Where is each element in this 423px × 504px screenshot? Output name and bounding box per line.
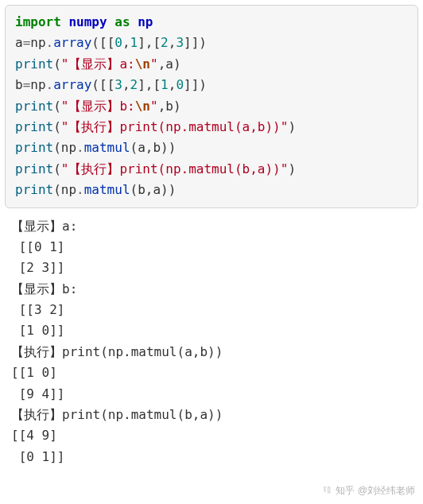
bracket: ]]) [184, 77, 207, 92]
num: 1 [161, 77, 169, 92]
comma: , [122, 77, 130, 92]
comma: , [169, 35, 177, 50]
comma: , [158, 99, 166, 114]
keyword-import: import [15, 14, 61, 29]
alias-np: np [138, 14, 153, 29]
code-cell: import numpy as np a=np.array([[0,1],[2,… [5, 5, 418, 208]
output-cell: 【显示】a: [[0 1] [2 3]] 【显示】b: [[3 2] [1 0]… [0, 213, 423, 475]
fn-print: print [15, 140, 53, 155]
watermark: 知乎 @刘经纬老师 [322, 484, 415, 498]
dot: . [76, 182, 84, 197]
paren: )) [161, 182, 176, 197]
fn-array: array [53, 35, 91, 50]
var-b: b [15, 77, 23, 92]
output-line: [[0 1] [11, 239, 64, 254]
fn-matmul: matmul [84, 182, 130, 197]
paren: ( [53, 56, 61, 72]
num: 2 [130, 77, 138, 92]
escape: \n [135, 56, 150, 72]
string: " [150, 56, 158, 72]
zhihu-icon [322, 485, 332, 498]
bracket: ],[ [138, 77, 161, 92]
paren: ) [288, 119, 296, 134]
comma: , [169, 77, 177, 92]
string: "【显示】b: [61, 99, 135, 114]
paren: ( [53, 182, 61, 197]
comma: , [146, 140, 153, 155]
output-line: [0 1]] [11, 449, 64, 464]
string: "【执行】print(np.matmul(b,a))" [61, 161, 289, 176]
fn-print: print [15, 182, 53, 197]
arg-a: a [138, 140, 146, 155]
arg-b: b [153, 140, 161, 155]
paren: ( [53, 99, 61, 114]
output-line: [9 4]] [11, 386, 64, 401]
keyword-as: as [114, 14, 130, 29]
num: 2 [161, 35, 169, 50]
np: np [61, 140, 76, 155]
arg-a: a [153, 182, 161, 197]
output-line: 【执行】print(np.matmul(a,b)) [11, 344, 223, 359]
dot: . [46, 35, 54, 50]
np: np [30, 77, 45, 92]
fn-print: print [15, 119, 53, 134]
arg-b: b [165, 99, 173, 114]
fn-array: array [53, 77, 91, 92]
watermark-author: @刘经纬老师 [358, 484, 415, 498]
string: "【执行】print(np.matmul(a,b))" [61, 119, 289, 134]
eq: = [23, 35, 31, 50]
eq: = [23, 77, 31, 92]
fn-print: print [15, 99, 53, 114]
output-line: [[1 0] [11, 365, 57, 380]
paren: ( [53, 161, 61, 176]
output-line: [[3 2] [11, 302, 64, 317]
bracket: ],[ [138, 35, 161, 50]
string: " [150, 99, 158, 114]
arg-b: b [138, 182, 146, 197]
paren: ) [173, 99, 181, 114]
module-numpy: numpy [68, 14, 107, 29]
dot: . [76, 140, 84, 155]
paren: ) [288, 161, 296, 176]
paren: ([[ [91, 77, 114, 92]
escape: \n [135, 99, 150, 114]
comma: , [122, 35, 130, 50]
watermark-brand: 知乎 [336, 484, 355, 498]
output-line: 【显示】a: [11, 219, 77, 234]
output-line: [1 0]] [11, 323, 64, 338]
fn-print: print [15, 161, 53, 176]
num: 3 [176, 35, 184, 50]
string: "【显示】a: [61, 56, 135, 72]
comma: , [146, 182, 153, 197]
paren: ( [53, 140, 61, 155]
fn-print: print [15, 56, 53, 72]
output-line: [2 3]] [11, 260, 64, 275]
np: np [61, 182, 76, 197]
fn-matmul: matmul [84, 140, 130, 155]
num: 0 [176, 77, 184, 92]
dot: . [46, 77, 54, 92]
np: np [30, 35, 45, 50]
var-a: a [15, 35, 23, 50]
output-line: [[4 9] [11, 428, 57, 443]
paren: ( [130, 182, 138, 197]
comma: , [158, 56, 166, 72]
output-line: 【执行】print(np.matmul(b,a)) [11, 407, 223, 422]
paren: ( [130, 140, 138, 155]
arg-a: a [165, 56, 173, 72]
num: 3 [114, 77, 122, 92]
num: 0 [114, 35, 122, 50]
output-line: 【显示】b: [11, 281, 77, 297]
paren: ( [53, 119, 61, 134]
paren: )) [161, 140, 176, 155]
paren: ([[ [91, 35, 114, 50]
num: 1 [130, 35, 138, 50]
paren: ) [173, 56, 181, 72]
bracket: ]]) [184, 35, 207, 50]
